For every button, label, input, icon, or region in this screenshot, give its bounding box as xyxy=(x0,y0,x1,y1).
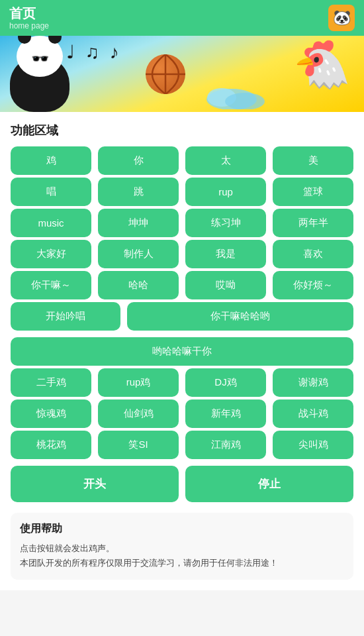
avatar: 🐼 xyxy=(328,5,355,31)
button-row-8: 惊魂鸡 仙剑鸡 新年鸡 战斗鸡 xyxy=(11,399,353,428)
panda-head: 🕶️ xyxy=(17,36,63,77)
button-row-2: 唱 跳 rup 篮球 xyxy=(11,178,353,206)
btn-jiangnanji[interactable]: 江南鸡 xyxy=(185,431,266,459)
btn-rup[interactable]: rup xyxy=(185,178,266,206)
btn-nigannahahayo[interactable]: 你干嘛哈哈哟 xyxy=(127,302,353,331)
stop-button[interactable]: 停止 xyxy=(185,466,353,502)
btn-xihuan[interactable]: 喜欢 xyxy=(273,240,353,268)
btn-music[interactable]: music xyxy=(11,209,91,237)
btn-haha[interactable]: 哈哈 xyxy=(98,271,179,299)
btn-jinghunij[interactable]: 惊魂鸡 xyxy=(11,399,91,428)
chicken-icon: 🐔 xyxy=(293,41,351,87)
button-row-5: 你干嘛～ 哈哈 哎呦 你好烦～ xyxy=(11,271,353,299)
main-content: 功能区域 鸡 你 太 美 唱 跳 rup 篮球 music 坤坤 练习坤 两年半… xyxy=(0,112,364,590)
header-title-block: 首页 home page xyxy=(9,5,49,30)
button-row-6: 开始吟唱 你干嘛哈哈哟 哟哈哈嘛干你 xyxy=(11,302,353,366)
help-text-1: 点击按钮就会发出鸡声。 xyxy=(20,541,344,556)
start-button[interactable]: 开头 xyxy=(11,466,179,502)
panda-glasses-icon: 🕶️ xyxy=(31,50,49,68)
btn-zhandouji[interactable]: 战斗鸡 xyxy=(273,399,353,428)
btn-liankun[interactable]: 练习坤 xyxy=(185,209,266,237)
button-row-3: music 坤坤 练习坤 两年半 xyxy=(11,209,353,237)
banner: 🕶️ ♩ ♫ ♪ 🐔 xyxy=(0,36,364,112)
help-title: 使用帮助 xyxy=(20,522,344,536)
btn-taohuaji[interactable]: 桃花鸡 xyxy=(11,431,91,459)
btn-djji[interactable]: DJ鸡 xyxy=(185,368,266,397)
btn-xinnianji[interactable]: 新年鸡 xyxy=(185,399,266,428)
header-title-zh: 首页 xyxy=(9,5,49,21)
button-row-9: 桃花鸡 笑SI 江南鸡 尖叫鸡 xyxy=(11,431,353,459)
btn-zhizuoren[interactable]: 制作人 xyxy=(98,240,179,268)
help-text-2: 本团队开发的所有程序仅限用于交流学习，请勿用于任何非法用途！ xyxy=(20,556,344,570)
basketball-icon xyxy=(146,54,185,94)
panda-body: 🕶️ xyxy=(10,56,69,112)
header: 首页 home page 🐼 xyxy=(0,0,364,36)
btn-tiao[interactable]: 跳 xyxy=(98,178,179,206)
btn-kaishiyinchang[interactable]: 开始吟唱 xyxy=(11,302,120,331)
btn-ji[interactable]: 鸡 xyxy=(11,146,91,175)
avatar-icon: 🐼 xyxy=(333,9,351,26)
btn-lanqiu[interactable]: 篮球 xyxy=(273,178,353,206)
btn-ni[interactable]: 你 xyxy=(98,146,179,175)
btn-woshi[interactable]: 我是 xyxy=(185,240,266,268)
btn-dajahao[interactable]: 大家好 xyxy=(11,240,91,268)
cloud-decoration xyxy=(205,76,285,112)
btn-kunkun[interactable]: 坤坤 xyxy=(98,209,179,237)
btn-xianjianji[interactable]: 仙剑鸡 xyxy=(98,399,179,428)
section-title: 功能区域 xyxy=(11,112,353,146)
header-title-en: home page xyxy=(9,21,49,30)
btn-jianjiaoji[interactable]: 尖叫鸡 xyxy=(273,431,353,459)
btn-ershouji[interactable]: 二手鸡 xyxy=(11,368,91,397)
svg-point-4 xyxy=(225,93,265,109)
button-row-7: 二手鸡 rup鸡 DJ鸡 谢谢鸡 xyxy=(11,368,353,397)
btn-aiyou[interactable]: 哎呦 xyxy=(185,271,266,299)
btn-mei[interactable]: 美 xyxy=(273,146,353,175)
music-notes: ♩ ♫ ♪ xyxy=(66,41,122,63)
button-row-1: 鸡 你 太 美 xyxy=(11,146,353,175)
action-row: 开头 停止 xyxy=(11,466,353,502)
btn-rupji[interactable]: rup鸡 xyxy=(98,368,179,397)
btn-liangnianban[interactable]: 两年半 xyxy=(273,209,353,237)
button-row-4: 大家好 制作人 我是 喜欢 xyxy=(11,240,353,268)
btn-tai[interactable]: 太 xyxy=(185,146,266,175)
btn-niganna[interactable]: 你干嘛～ xyxy=(11,271,91,299)
btn-xiejieji[interactable]: 谢谢鸡 xyxy=(273,368,353,397)
btn-chang[interactable]: 唱 xyxy=(11,178,91,206)
btn-yohahahmaganyi[interactable]: 哟哈哈嘛干你 xyxy=(11,337,353,366)
btn-nihaofen[interactable]: 你好烦～ xyxy=(273,271,353,299)
help-section: 使用帮助 点击按钮就会发出鸡声。 本团队开发的所有程序仅限用于交流学习，请勿用于… xyxy=(11,513,353,580)
btn-xiaosi[interactable]: 笑SI xyxy=(98,431,179,459)
basketball-svg xyxy=(146,54,185,94)
